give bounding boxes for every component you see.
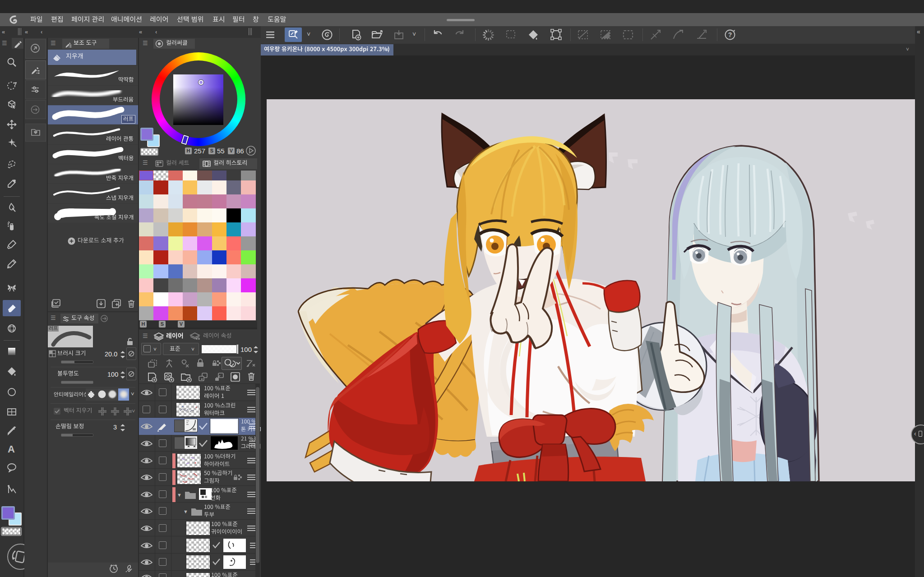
svg-text:?: ? [728, 31, 732, 38]
